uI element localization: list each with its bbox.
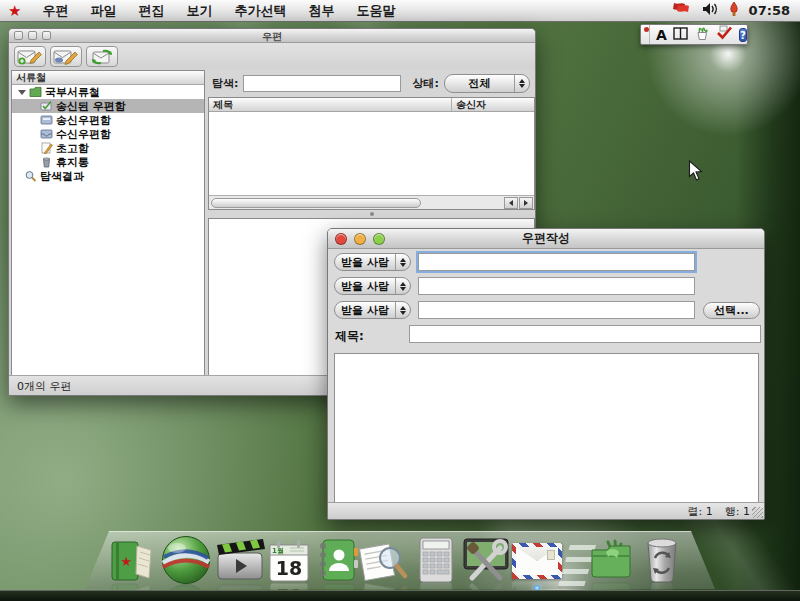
tree-item-sent-mailbox[interactable]: 송신된 우편함: [12, 99, 204, 113]
calculator-icon: [414, 536, 458, 584]
document-search-icon: [356, 538, 408, 584]
menubar: ★ 우편 파일 편집 보기 추가선택 첨부 도움말 07:58: [0, 0, 800, 22]
subject-label: 제목:: [335, 328, 364, 345]
message-body-textarea[interactable]: [334, 353, 759, 503]
disclosure-triangle-icon[interactable]: [18, 90, 26, 95]
edit-mail-button[interactable]: [50, 46, 82, 67]
menu-view[interactable]: 보기: [175, 0, 223, 21]
tree-item-inbox[interactable]: 수신우편함: [12, 127, 204, 141]
mail-window-titlebar[interactable]: 우편: [9, 29, 535, 43]
tree-item-search-results[interactable]: 탐색결과: [12, 169, 204, 183]
recipient-input-2[interactable]: [418, 277, 695, 295]
tree-item-local-folders[interactable]: 국부서류철: [12, 85, 204, 99]
draft-pencil-icon: [40, 142, 53, 154]
dock-item-address-book[interactable]: [314, 536, 360, 584]
dock-item-calculator[interactable]: [414, 536, 458, 584]
help-icon[interactable]: ?: [739, 28, 747, 42]
edit-mail-icon: [53, 48, 79, 65]
trash-icon: [640, 534, 684, 584]
magnifier-icon: [24, 170, 37, 182]
tree-label: 초고함: [56, 141, 89, 156]
tree-label: 수신우편함: [56, 127, 111, 142]
menu-edit[interactable]: 편집: [127, 0, 175, 21]
red-flag-icon[interactable]: [672, 2, 692, 19]
recipient-input-3[interactable]: [418, 301, 695, 319]
folder-panel: 서류철 국부서류철 송신된 우편함 송신우편함 수신우편함 초고함: [11, 70, 205, 376]
combo-spinner-icon: [395, 302, 410, 318]
tree-label: 탐색결과: [40, 169, 84, 184]
dock-item-documents[interactable]: ★: [108, 538, 156, 584]
column-header-sender[interactable]: 송신자: [452, 98, 490, 111]
spellcheck-icon[interactable]: [716, 25, 733, 44]
column-indicator: 렬: 1: [688, 504, 713, 519]
column-header-subject[interactable]: 제목: [209, 98, 452, 111]
combo-value: 받을 사람: [335, 279, 395, 294]
dock-item-mail[interactable]: [512, 543, 562, 579]
dock-item-media-player[interactable]: [214, 536, 266, 584]
horizontal-scrollbar[interactable]: [209, 195, 534, 209]
monitor-tools-icon: [460, 534, 512, 584]
tree-label: 휴지통: [56, 155, 89, 170]
compose-status-bar: 렬: 1 행: 1: [328, 502, 764, 519]
mail-window-title: 우편: [9, 30, 535, 44]
scroll-right-button[interactable]: [519, 197, 533, 209]
mouse-cursor: [688, 160, 703, 181]
close-dot-icon: [644, 27, 649, 32]
text-tool-icon[interactable]: A: [656, 26, 667, 44]
status-filter-value: 전체: [445, 76, 514, 91]
red-star-menu-icon[interactable]: ★: [0, 1, 31, 21]
recipient-type-combo-1[interactable]: 받을 사람: [334, 253, 411, 271]
svg-text:1월: 1월: [272, 547, 284, 555]
globe-icon: [160, 534, 212, 586]
scrollbar-thumb[interactable]: [211, 198, 421, 208]
tree-label: 송신된 우편함: [56, 99, 126, 114]
tree-item-trash[interactable]: 휴지통: [12, 155, 204, 169]
menu-mail[interactable]: 우편: [31, 0, 79, 21]
search-row: 탐색: 상태: 전체: [208, 70, 535, 97]
volume-speaker-icon[interactable]: [701, 2, 719, 19]
utilities-folder-icon: [588, 538, 634, 582]
trash-small-icon: [40, 156, 53, 168]
send-receive-button[interactable]: [86, 46, 118, 67]
dock-item-file-search[interactable]: [356, 538, 408, 584]
dock-item-calendar[interactable]: 1월18: [266, 536, 312, 584]
columns-view-icon[interactable]: [673, 25, 688, 44]
dock-item-system-tools[interactable]: [460, 534, 512, 584]
subject-input[interactable]: [409, 325, 761, 343]
compose-window-title: 우편작성: [328, 230, 764, 247]
menu-help[interactable]: 도움말: [345, 0, 406, 21]
dock-item-trash[interactable]: [640, 534, 684, 584]
torch-flame-icon[interactable]: [728, 1, 740, 20]
folder-panel-header[interactable]: 서류철: [12, 71, 204, 85]
new-mail-icon: [17, 48, 43, 65]
menu-file[interactable]: 파일: [79, 0, 127, 21]
menu-attach[interactable]: 첨부: [297, 0, 345, 21]
compose-window: 우편작성 받을 사람 받을 사람 받을 사람 선택... 제목: 렬: 1 행:…: [327, 228, 765, 520]
status-filter-dropdown[interactable]: 전체: [444, 74, 530, 93]
screen-bottom-strip: [0, 590, 800, 601]
search-input[interactable]: [243, 75, 401, 92]
notebook-star-icon: ★: [108, 538, 156, 584]
palette-close-button[interactable]: [644, 25, 650, 44]
tree-item-outbox[interactable]: 송신우편함: [12, 113, 204, 127]
svg-text:★: ★: [120, 554, 132, 569]
recipient-type-combo-2[interactable]: 받을 사람: [334, 277, 411, 295]
recipient-type-combo-3[interactable]: 받을 사람: [334, 301, 411, 319]
brush-cup-icon[interactable]: [694, 25, 710, 45]
resize-grip[interactable]: [752, 507, 763, 518]
recipient-input-1[interactable]: [418, 253, 695, 271]
menu-options[interactable]: 추가선택: [223, 0, 297, 21]
dock-item-utilities-folder[interactable]: [588, 538, 634, 582]
clock[interactable]: 07:58: [749, 3, 790, 18]
pane-splitter[interactable]: [208, 210, 535, 218]
scroll-left-button[interactable]: [504, 197, 518, 209]
select-recipient-button[interactable]: 선택...: [703, 302, 760, 319]
tree-item-drafts[interactable]: 초고함: [12, 141, 204, 155]
combo-spinner-icon: [395, 254, 410, 270]
dock-item-browser[interactable]: [160, 534, 212, 586]
compose-titlebar[interactable]: 우편작성: [328, 229, 764, 249]
menubar-tray: 07:58: [672, 1, 800, 20]
compose-mail-button[interactable]: [14, 46, 46, 67]
message-list-body[interactable]: [209, 112, 534, 195]
row-indicator: 행: 1: [725, 504, 750, 519]
